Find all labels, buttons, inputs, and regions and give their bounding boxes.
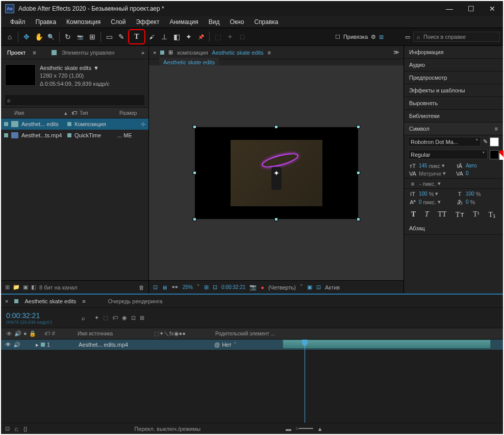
tl-footer-icon-3[interactable]: {}: [23, 426, 27, 432]
hscale-input[interactable]: 100: [466, 191, 474, 197]
superscript-button[interactable]: T¹: [473, 210, 480, 219]
quality-dropdown[interactable]: (Четверть): [268, 284, 296, 291]
tl-icon-5[interactable]: ⊡: [131, 315, 136, 321]
tl-close-icon[interactable]: ×: [5, 298, 8, 304]
tl-icon-6[interactable]: ⊞: [140, 315, 144, 321]
toggle-switches-button[interactable]: Перекл. выключ./режимы: [134, 426, 200, 432]
font-family-dropdown[interactable]: Robotron Dot Ma...˅: [408, 137, 481, 147]
comp-close-icon[interactable]: ×: [153, 50, 156, 56]
vf-magnify-icon[interactable]: ⊡: [153, 284, 158, 291]
close-button[interactable]: ✕: [482, 1, 503, 16]
comp-overflow-icon[interactable]: ≫: [393, 49, 399, 56]
zoom-out-icon[interactable]: ▬: [286, 426, 291, 432]
vf-res-icon[interactable]: ⊞: [204, 284, 209, 291]
vscale-input[interactable]: 100: [419, 191, 427, 197]
tl-footer-icon-2[interactable]: ⎌: [15, 426, 18, 432]
handle-mr[interactable]: [357, 171, 360, 175]
panel-character-header[interactable]: Символ: [404, 123, 503, 135]
menu-window[interactable]: Окно: [224, 17, 249, 27]
menu-layer[interactable]: Слой: [106, 17, 131, 27]
vf-grid-icon[interactable]: ⊡: [213, 284, 217, 291]
pan-behind-tool[interactable]: [87, 31, 98, 42]
playhead[interactable]: [305, 340, 305, 423]
italic-button[interactable]: T: [425, 210, 429, 219]
menu-file[interactable]: Файл: [5, 17, 31, 27]
comp-dropdown-icon[interactable]: ▼: [93, 64, 99, 72]
handle-tl[interactable]: [193, 125, 196, 129]
char-menu-icon[interactable]: [495, 126, 498, 132]
stroke-color-swatch[interactable]: [490, 150, 499, 159]
vf-mask-icon[interactable]: 👓: [171, 284, 179, 291]
snap-grid-icon[interactable]: ⊞: [379, 34, 384, 40]
col-source-name[interactable]: Имя источника: [78, 331, 154, 336]
camera-dropdown[interactable]: Актив: [325, 284, 340, 291]
tl-search-icon[interactable]: ⌕: [82, 315, 85, 321]
menu-effect[interactable]: Эффект: [131, 17, 164, 27]
col-size[interactable]: Размер: [119, 110, 137, 116]
timeline-timecode[interactable]: 0:00:32:21: [6, 311, 72, 320]
bold-button[interactable]: T: [411, 210, 416, 219]
vf-3d-icon[interactable]: ▣: [307, 284, 312, 291]
camera-tool[interactable]: [74, 31, 86, 42]
panel-overflow-icon[interactable]: »: [141, 50, 144, 56]
panel-libraries[interactable]: Библиотеки: [404, 110, 503, 123]
zoom-slider[interactable]: ○━━━━: [295, 425, 313, 432]
render-queue-tab[interactable]: Очередь рендеринга: [108, 298, 163, 304]
parent-dropdown[interactable]: Нет: [222, 342, 232, 348]
panel-preview[interactable]: Предпросмотр: [404, 71, 503, 84]
menu-animation[interactable]: Анимация: [164, 17, 203, 27]
flowchart-icon[interactable]: ⊞: [168, 49, 173, 56]
snap-checkbox[interactable]: ☐: [335, 34, 340, 40]
trash-icon[interactable]: 🗑: [139, 284, 144, 291]
panel-info[interactable]: Информация: [404, 46, 503, 59]
font-style-dropdown[interactable]: Regular˅: [408, 150, 488, 159]
font-size-input[interactable]: 145: [419, 163, 427, 168]
menu-edit[interactable]: Правка: [31, 17, 62, 27]
zoom-tool[interactable]: [45, 31, 57, 42]
menu-composition[interactable]: Композиция: [61, 17, 106, 27]
comp-tab-menu-icon[interactable]: [267, 50, 270, 56]
viewer-timecode[interactable]: 0:00:32:21: [221, 284, 245, 290]
smallcaps-button[interactable]: Tᴛ: [456, 210, 464, 219]
vf-channel-icon[interactable]: ●: [261, 284, 264, 291]
maximize-button[interactable]: ☐: [460, 1, 482, 16]
vf-view-icon[interactable]: ⊡: [316, 284, 321, 291]
handle-tc[interactable]: [274, 125, 278, 129]
canvas[interactable]: ✦: [195, 127, 358, 219]
tracking-input[interactable]: 0: [466, 171, 469, 176]
zoom-in-icon[interactable]: ▲: [317, 426, 323, 432]
menu-help[interactable]: Справка: [249, 17, 283, 27]
layer-clip-bar[interactable]: [283, 340, 491, 349]
snap-options-icon[interactable]: ⚙: [371, 34, 376, 40]
baseline-input[interactable]: 0: [419, 199, 422, 205]
project-item-footage[interactable]: Aesthet...ts.mp4 QuickTime ... ME: [1, 130, 148, 141]
tl-footer-icon-1[interactable]: ⊡: [5, 425, 10, 432]
eyedropper-icon[interactable]: ✎: [483, 138, 488, 145]
handle-bl[interactable]: [193, 218, 196, 221]
allcaps-button[interactable]: TT: [438, 210, 446, 219]
col-sort-icon[interactable]: ▴: [64, 110, 67, 116]
rectangle-tool[interactable]: [104, 31, 115, 42]
roto-brush-tool[interactable]: [183, 31, 194, 42]
brush-tool[interactable]: [146, 31, 158, 42]
new-comp-icon[interactable]: ▣: [23, 284, 28, 291]
workspace-icon[interactable]: ▭: [405, 34, 410, 40]
project-search-input[interactable]: [5, 95, 144, 105]
project-tab[interactable]: Проект: [5, 49, 28, 57]
tl-icon-4[interactable]: ◉: [122, 315, 127, 321]
stroke-width-input[interactable]: - пикс.: [419, 181, 436, 187]
tl-tab-menu-icon[interactable]: [82, 298, 85, 304]
bpc-icon[interactable]: ◧: [31, 284, 36, 291]
minimize-button[interactable]: —: [439, 1, 460, 16]
handle-ml[interactable]: [193, 171, 196, 175]
panel-align[interactable]: Выровнять: [404, 97, 503, 110]
orbit-tool[interactable]: [62, 31, 73, 42]
interpret-icon[interactable]: ⊞: [5, 284, 10, 291]
comp-crumb-name[interactable]: Aesthetic skate edits: [212, 50, 264, 56]
text-tool[interactable]: T: [131, 31, 142, 42]
home-icon[interactable]: [4, 31, 15, 42]
col-name[interactable]: Имя: [14, 110, 60, 116]
panel-audio[interactable]: Аудио: [404, 59, 503, 71]
handle-tr[interactable]: [357, 125, 360, 129]
bit-depth[interactable]: 8 бит на канал: [39, 284, 78, 291]
